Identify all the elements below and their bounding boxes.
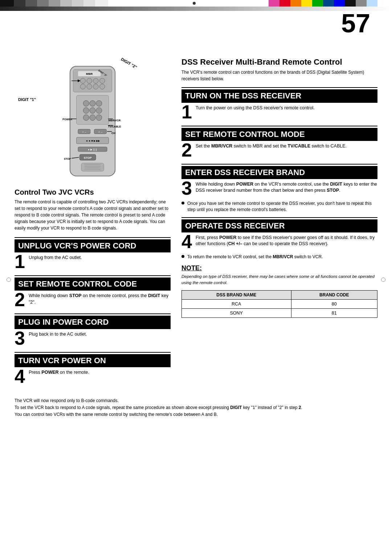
table-header-code: BRAND CODE [291,291,377,300]
step-poweron-row: 4 Press POWER on the remote. [15,369,171,386]
rule-2 [15,275,171,276]
svg-text:◄◄  ■  ▶  ▶▶: ◄◄ ■ ▶ ▶▶ [85,139,100,142]
bullet-dot-3 [181,202,184,204]
left-column: DIGIT "2" DIGIT "1" MBR DIGIT "2" [15,57,171,390]
bullet-dot-4 [181,255,184,258]
svg-point-7 [93,78,98,83]
top-bar [0,0,392,7]
dss-step3-number: 3 [181,179,192,198]
dss-step2-number: 2 [181,141,192,159]
dss-step2-row: 2 Set the MBR/VCR switch to MBR and set … [181,142,377,159]
step-setcode: SET REMOTE CONTROL CODE 2 While holding … [15,275,171,309]
dss-intro: The VCR's remote control can control fun… [181,69,377,82]
bottom-note: The VCR will now respond only to B-code … [0,390,392,426]
step-unplug-text: Unplug from the AC outlet. [29,254,82,261]
svg-text:STOP: STOP [64,158,71,161]
color-yellow [301,0,312,7]
step-setcode-header: SET REMOTE CONTROL CODE [15,278,171,291]
svg-point-22 [90,115,95,121]
step-setcode-text: While holding down STOP on the remote co… [29,292,171,305]
bar-seg-9 [95,0,108,7]
dss-step4-header: OPERATE DSS RECEIVER [181,219,377,232]
table-header-brand: DSS BRAND NAME [182,291,291,300]
brand-table: DSS BRAND NAME BRAND CODE RCA 80 SONY 81 [181,290,377,318]
digit1-label: DIGIT "1" [18,97,36,102]
dss-step4-number: 4 [181,232,192,251]
dss-step3-text: While holding down POWER on the VCR's re… [196,181,377,194]
bar-seg-6 [60,0,72,7]
svg-point-12 [100,84,105,89]
remote-svg: MBR DIGIT "2" [53,65,132,181]
dss-step3-header: ENTER DSS RECEIVER BRAND [181,166,377,179]
dss-step3-bullet: Once you have set the remote control to … [181,200,377,213]
remote-illustration: DIGIT "2" DIGIT "1" MBR DIGIT "2" [15,57,171,181]
control-vcr-section: Control Two JVC VCRs The remote control … [15,188,171,231]
bar-seg-2 [14,0,25,7]
brand-code-rca: 80 [291,300,377,309]
step-setcode-number: 2 [15,290,25,309]
svg-text:CH: CH [111,131,116,135]
top-bar-left [0,0,120,7]
table-row: RCA 80 [182,300,377,309]
svg-text:+ –: + – [82,130,86,134]
dss-step4-bullet: To return the remote to VCR control, set… [181,254,377,260]
bar-seg-1 [0,0,14,7]
svg-point-15 [83,101,89,106]
main-content: DIGIT "2" DIGIT "1" MBR DIGIT "2" [0,57,392,390]
dss-step2-header: SET REMOTE CONTROL MODE [181,128,377,141]
step-plugin-text: Plug back in to the AC outlet. [29,331,87,338]
dss-step3-bullet-text: Once you have set the remote control to … [187,200,377,213]
dss-step4-row: 4 First, press POWER to see if the DSS r… [181,234,377,251]
svg-point-16 [90,101,95,106]
svg-point-19 [90,108,95,113]
dss-step-1: TURN ON THE DSS RECEIVER 1 Turn the powe… [181,87,377,121]
svg-text:MBR/VCR: MBR/VCR [109,119,121,122]
svg-rect-44 [81,163,104,171]
control-vcr-body: The remote control is capable of control… [15,199,171,231]
step-plugin-number: 3 [15,329,25,348]
bar-seg-5 [49,0,60,7]
svg-text:+ –: + – [98,130,103,134]
rule-4 [15,352,171,353]
svg-point-5 [80,78,85,83]
color-black [345,0,356,7]
svg-point-9 [80,84,85,89]
color-gray [356,0,367,7]
gradient-bar [0,7,392,11]
svg-point-21 [83,115,89,121]
step-plugin-row: 3 Plug back in to the AC outlet. [15,331,171,348]
dss-step2-text: Set the MBR/VCR switch to MBR and set th… [196,142,347,150]
rule-1 [15,237,171,238]
bar-seg-7 [72,0,83,7]
dss-step-3: ENTER DSS RECEIVER BRAND 3 While holding… [181,164,377,213]
step-poweron-number: 4 [15,367,25,386]
color-darkblue [323,0,334,7]
color-pink [269,0,279,7]
table-header-row: DSS BRAND NAME BRAND CODE [182,291,377,300]
step-unplug-number: 1 [15,252,25,271]
dss-rule-3 [181,164,377,165]
svg-point-17 [96,101,102,106]
bar-seg-4 [37,0,49,7]
bar-seg-8 [83,0,95,7]
dss-rule-4 [181,217,377,218]
step-plugin-header: PLUG IN POWER CORD [15,316,171,329]
dss-step-4: OPERATE DSS RECEIVER 4 First, press POWE… [181,217,377,260]
top-bar-center [120,0,269,7]
dss-step1-row: 1 Turn the power on using the DSS receiv… [181,104,377,121]
note-section: NOTE: Depending on type of DSS receiver,… [181,264,377,286]
svg-point-11 [93,84,98,89]
dss-step4-bullet-text: To return the remote to VCR control, set… [187,254,323,260]
dss-step-2: SET REMOTE CONTROL MODE 2 Set the MBR/VC… [181,126,377,159]
svg-text:POWER: POWER [62,118,72,121]
brand-code-sony: 81 [291,309,377,318]
top-bar-right [269,0,392,7]
center-dot [193,2,196,5]
step-unplug-header: UNPLUG VCR'S POWER CORD [15,239,171,252]
dss-step4-text: First, press POWER to see if the DSS rec… [196,234,377,247]
color-green [312,0,323,7]
step-plugin: PLUG IN POWER CORD 3 Plug back in to the… [15,313,171,347]
page-number: 57 [341,10,370,36]
step-poweron: TURN VCR POWER ON 4 Press POWER on the r… [15,352,171,386]
color-red [279,0,290,7]
